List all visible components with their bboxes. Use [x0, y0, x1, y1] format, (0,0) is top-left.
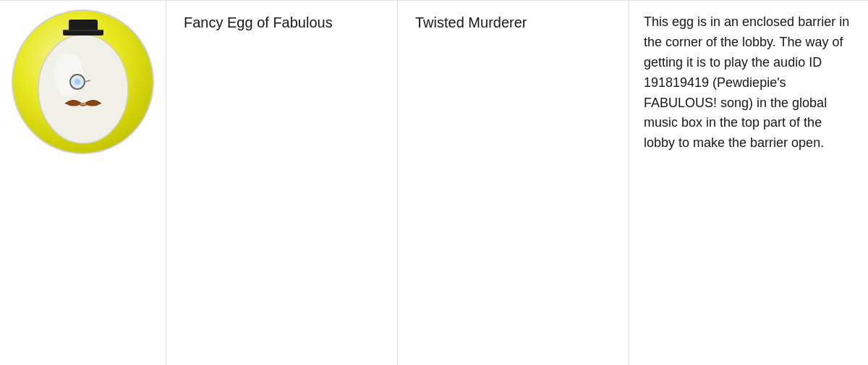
svg-point-8: [75, 79, 80, 85]
game-name-text: Twisted Murderer: [415, 12, 527, 33]
description-cell: This egg is in an enclosed barrier in th…: [629, 1, 868, 365]
egg-image-cell: [0, 1, 166, 365]
egg-name-text: Fancy Egg of Fabulous: [184, 12, 333, 33]
game-name-cell: Twisted Murderer: [398, 1, 629, 365]
svg-point-0: [38, 35, 128, 143]
egg-illustration: [25, 17, 141, 147]
description-text: This egg is in an enclosed barrier in th…: [644, 12, 854, 154]
egg-image-wrapper: [12, 9, 154, 154]
egg-name-cell: Fancy Egg of Fabulous: [166, 1, 398, 365]
table-row: Fancy Egg of Fabulous Twisted Murderer T…: [0, 0, 868, 365]
svg-rect-4: [63, 30, 103, 31]
